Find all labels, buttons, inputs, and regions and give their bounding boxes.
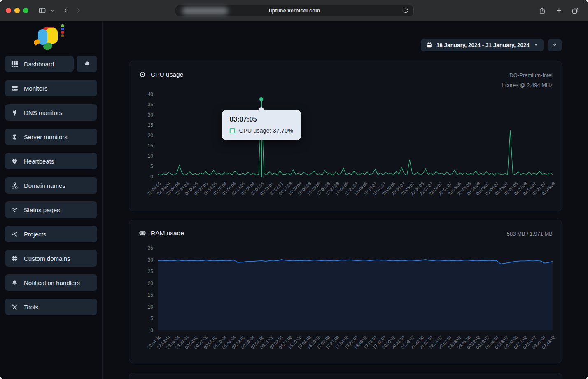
zoom-window-button[interactable] [23,8,28,13]
cpu-line-chart [158,94,553,177]
logo-yellow-shape [46,28,58,44]
next-card-partial [129,373,562,379]
sidebar: Dashboard Monitors [0,21,103,379]
main-content: 18 January, 2024 - 31 January, 2024 [103,21,588,379]
sidebar-item-projects[interactable]: Projects [5,226,97,242]
back-button[interactable] [60,5,72,17]
sidebar-item-label: Custom domains [24,255,70,262]
cpu-chip-icon [138,70,146,78]
calendar-icon [426,42,432,48]
traffic-lights [6,8,28,13]
ram-usage-meta: 583 MB / 1,971 MB [507,229,553,239]
notifications-button[interactable] [77,56,97,72]
cpu-server-meta: DO-Premium-Intel 1 cores @ 2,494 MHz [501,70,553,90]
address-bar[interactable]: uptime.vernicel.com [175,5,414,16]
cpu-chip-icon [11,133,19,141]
cpu-chart-tooltip: 03:07:05 CPU usage: 37.70% [222,110,301,140]
server-name: DO-Premium-Intel [501,70,553,80]
app-logo[interactable] [35,24,74,51]
server-stack-icon [11,84,19,92]
cpu-x-axis: 22:04:5622:39:0423:06:0423:33:0400:00:05… [158,177,553,206]
sidebar-item-heartbeats[interactable]: Heartbeats [5,153,97,169]
sidebar-item-tools[interactable]: Tools [5,299,97,315]
url-blur-smudge [182,7,228,15]
browser-window: uptime.vernicel.com [0,0,588,379]
ram-usage-card: RAM usage 583 MB / 1,971 MB 353025201510… [129,220,562,363]
sidebar-item-label: Tools [24,304,38,311]
sidebar-item-label: Dashboard [24,61,54,68]
ram-y-axis: 35302520151050 [138,248,153,330]
sidebar-item-label: Monitors [24,85,48,92]
logo-dots [61,24,64,37]
sidebar-item-label: Domain names [24,182,65,189]
cpu-card-title: CPU usage [138,70,183,78]
tab-overview-icon[interactable] [569,5,581,17]
tooltip-value: CPU usage: 37.70% [239,127,293,134]
sidebar-item-status-pages[interactable]: Status pages [5,201,97,218]
sidebar-item-custom-domains[interactable]: Custom domains [5,250,97,267]
new-tab-icon[interactable] [553,5,565,17]
sidebar-item-label: Projects [24,231,46,238]
reload-icon[interactable] [401,6,410,15]
sidebar-item-dashboard[interactable]: Dashboard [5,56,74,72]
sidebar-item-label: Notification handlers [24,279,80,286]
sidebar-item-label: Heartbeats [24,158,54,165]
ram-chart-plot[interactable] [158,248,553,330]
sidebar-item-label: DNS monitors [24,109,62,116]
minimize-window-button[interactable] [14,8,20,13]
sidebar-item-server-monitors[interactable]: Server monitors [5,129,97,145]
tools-icon [11,303,19,311]
memory-icon [138,229,146,237]
sidebar-item-dns-monitors[interactable]: DNS monitors [5,104,97,121]
date-range-label: 18 January, 2024 - 31 January, 2024 [436,42,530,48]
sidebar-toggle-icon[interactable] [36,5,48,17]
sidebar-nav: Dashboard Monitors [0,56,102,315]
sidebar-item-monitors[interactable]: Monitors [5,80,97,96]
server-spec: 1 cores @ 2,494 MHz [501,80,553,90]
cpu-chart-plot[interactable]: 03:07:05 CPU usage: 37.70% [158,94,553,177]
url-text: uptime.vernicel.com [269,8,320,14]
sidebar-item-label: Status pages [24,206,60,213]
download-icon [552,42,558,48]
wifi-icon [11,206,19,214]
share-icon[interactable] [536,5,548,17]
ram-x-axis: 22:04:5622:39:0423:06:0423:33:0400:00:05… [158,330,553,360]
plug-icon [11,109,19,117]
caret-down-icon [534,43,538,47]
cpu-y-axis: 4035302520151050 [138,94,153,177]
sidebar-item-label: Server monitors [24,133,68,140]
ram-usage-value: 583 MB / 1,971 MB [507,229,553,239]
date-range-picker[interactable]: 18 January, 2024 - 31 January, 2024 [421,39,544,51]
tooltip-time: 03:07:05 [230,115,293,123]
tooltip-series-swatch [230,128,235,133]
close-window-button[interactable] [6,8,11,13]
forward-button[interactable] [72,5,84,17]
browser-toolbar: uptime.vernicel.com [0,0,588,21]
ram-card-title: RAM usage [138,229,184,237]
globe-icon [11,255,19,262]
cpu-usage-card: CPU usage DO-Premium-Intel 1 cores @ 2,4… [129,61,562,211]
download-report-button[interactable] [548,39,562,51]
share-nodes-icon [11,230,19,238]
chevron-down-icon[interactable] [48,5,56,17]
sidebar-item-notification-handlers[interactable]: Notification handlers [5,274,97,291]
bell-icon [83,60,91,68]
dashboard-grid-icon [11,60,19,68]
heartbeat-icon [11,157,19,165]
ram-line-chart [158,248,553,330]
sidebar-item-domain-names[interactable]: Domain names [5,177,97,194]
sitemap-icon [11,182,19,190]
bell-icon [11,279,19,287]
